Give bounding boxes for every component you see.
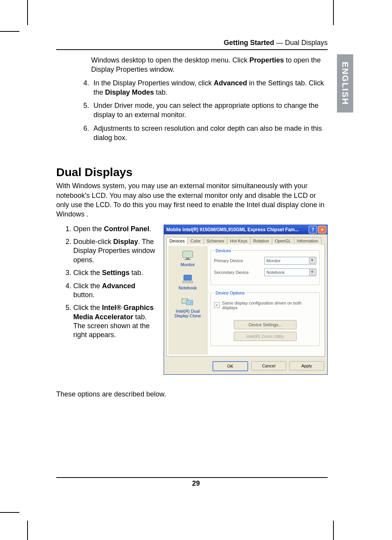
instruction-item: Adjustments to screen resolution and col… [91, 124, 328, 143]
footer-rule [56, 477, 328, 478]
header-topic: Dual Displays [285, 39, 328, 47]
step-item: Double-click Display. The Display Proper… [73, 237, 157, 265]
page-number: 29 [0, 479, 392, 488]
crop-mark [333, 0, 334, 25]
sidebar-label: Intel(R) Dual Display Clone [168, 309, 207, 318]
svg-marker-4 [182, 281, 193, 283]
dialog-tab-hot-keys[interactable]: Hot Keys [227, 237, 250, 244]
step-item: Click the Intel® Graphics Media Accelera… [73, 303, 157, 340]
below-note: These options are described below. [56, 390, 328, 398]
cancel-button[interactable]: Cancel [251, 361, 286, 370]
same-config-label: Same display configuration driven on bot… [222, 301, 316, 310]
device-settings-button[interactable]: Device Settings... [234, 320, 297, 329]
dialog-title: Mobile Intel(R) 915GM/GMS,910GML Express… [166, 227, 308, 232]
sidebar-label: Monitor [181, 262, 195, 267]
svg-text:✓: ✓ [190, 301, 192, 305]
devices-fieldset: Devices Primary Device Monitor ▼ Se [211, 248, 320, 285]
header-section: Getting Started [224, 39, 274, 47]
notebook-icon [181, 274, 194, 284]
sidebar-item-dual-clone[interactable]: ✓ Intel(R) Dual Display Clone [168, 297, 207, 318]
step-item: Click the Settings tab. [73, 268, 157, 277]
svg-rect-3 [184, 275, 192, 280]
continued-fragment: Windows desktop to open the desktop menu… [91, 55, 328, 74]
dialog-tab-schemes[interactable]: Schemes [204, 237, 228, 244]
running-header: Getting Started — Dual Displays [56, 39, 328, 50]
crop-mark [27, 0, 28, 25]
sidebar-item-monitor[interactable]: Monitor [181, 250, 195, 267]
same-config-checkbox[interactable]: ✓ [214, 302, 220, 308]
primary-device-dropdown[interactable]: Monitor ▼ [264, 257, 316, 265]
ok-button[interactable]: OK [212, 361, 248, 371]
secondary-device-label: Secondary Device [214, 270, 264, 275]
apply-button[interactable]: Apply [289, 361, 324, 370]
language-tab: ENGLISH [337, 54, 353, 112]
chevron-down-icon: ▼ [309, 258, 315, 264]
dialog-tab-color[interactable]: Color [187, 237, 204, 244]
dialog-tabs: DevicesColorSchemesHot KeysRotationOpenG… [164, 234, 327, 244]
monitor-icon [181, 250, 194, 261]
primary-device-label: Primary Device [214, 258, 264, 263]
sidebar-item-notebook[interactable]: Notebook [179, 274, 197, 290]
crop-mark [27, 521, 28, 540]
crop-mark [0, 31, 19, 32]
close-button[interactable]: × [318, 226, 326, 234]
dialog-tab-devices[interactable]: Devices [166, 237, 188, 244]
section-heading: Dual Displays [56, 166, 328, 179]
crop-mark [0, 512, 19, 513]
svg-rect-1 [186, 258, 189, 259]
dialog-titlebar[interactable]: Mobile Intel(R) 915GM/GMS,910GML Express… [164, 225, 327, 234]
device-sidebar: Monitor Notebook ✓ Intel(R) Dual Display… [168, 246, 207, 355]
language-label: ENGLISH [340, 62, 350, 105]
device-options-fieldset: Device Options ✓ Same display configurat… [211, 291, 320, 346]
crop-mark [333, 521, 334, 540]
dialog-tab-rotation[interactable]: Rotation [250, 237, 272, 244]
zoom-utility-button: Intel(R) Zoom Utility [234, 332, 297, 341]
help-button[interactable]: ? [309, 226, 317, 234]
header-sep: — [274, 39, 285, 47]
intel-display-dialog: Mobile Intel(R) 915GM/GMS,910GML Express… [164, 225, 328, 375]
secondary-device-dropdown[interactable]: Notebook ▼ [264, 268, 316, 276]
step-item: Click the Advanced button. [73, 282, 157, 300]
dual-display-icon: ✓ [181, 297, 194, 307]
primary-device-value: Monitor [266, 258, 281, 263]
svg-rect-0 [183, 251, 193, 258]
sidebar-label: Notebook [179, 286, 197, 290]
secondary-device-value: Notebook [266, 270, 285, 275]
step-item: Open the Control Panel. [73, 225, 157, 234]
dialog-tab-information[interactable]: Information [294, 237, 321, 244]
instruction-item: In the Display Properties window, click … [91, 78, 328, 97]
devices-legend: Devices [214, 248, 232, 253]
instruction-item: Under Driver mode, you can select the ap… [91, 101, 328, 120]
svg-rect-2 [185, 259, 191, 260]
chevron-down-icon: ▼ [309, 269, 315, 275]
intro-paragraph: With Windows system, you may use an exte… [56, 181, 328, 219]
device-options-legend: Device Options [214, 291, 246, 295]
dialog-tab-opengl[interactable]: OpenGL [272, 237, 294, 244]
